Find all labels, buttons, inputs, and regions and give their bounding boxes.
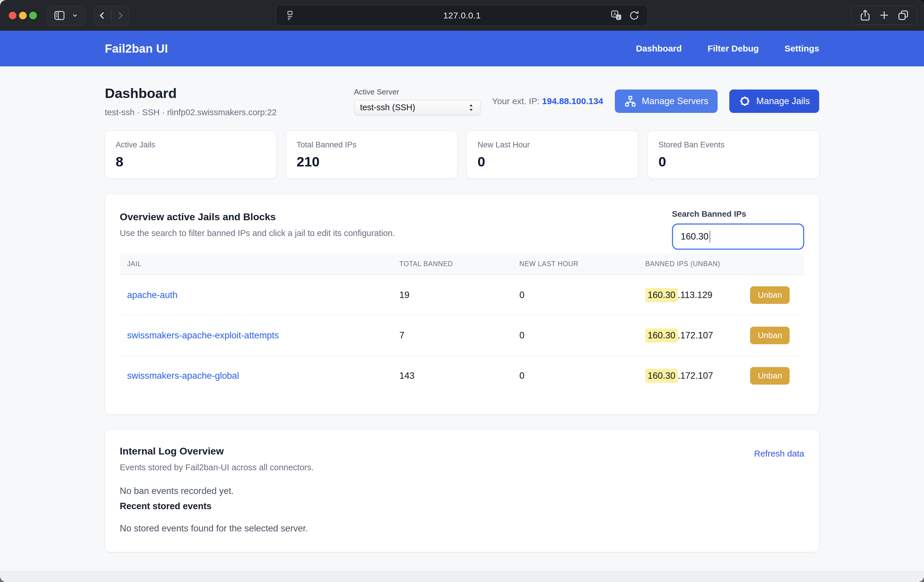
page-title: Dashboard xyxy=(105,85,277,101)
search-block: Search Banned IPs 160.30 xyxy=(672,209,804,250)
external-ip-label: Your ext. IP: xyxy=(492,96,540,106)
manage-servers-label: Manage Servers xyxy=(642,96,708,107)
back-button[interactable] xyxy=(94,6,111,25)
no-stored-events-text: No stored events found for the selected … xyxy=(120,523,804,534)
ip-highlight: 160.30 xyxy=(645,329,678,342)
external-ip-value[interactable]: 194.88.100.134 xyxy=(542,96,603,106)
log-subtitle: Events stored by Fail2ban-UI across all … xyxy=(120,463,804,472)
ip-rest: .172.107 xyxy=(678,370,713,381)
page-footer-strip xyxy=(0,571,924,582)
total-banned-value: 143 xyxy=(392,370,512,381)
column-header-total-banned: TOTAL BANNED xyxy=(392,260,512,268)
nav-links: Dashboard Filter Debug Settings xyxy=(636,44,819,54)
reload-icon[interactable] xyxy=(628,10,640,21)
toolbar-actions xyxy=(851,5,917,25)
stat-value: 0 xyxy=(658,153,808,169)
history-nav xyxy=(94,6,129,25)
stat-label: New Last Hour xyxy=(477,140,627,150)
sidebar-toggle-button[interactable] xyxy=(48,6,86,25)
ip-highlight: 160.30 xyxy=(645,369,678,383)
manage-servers-button[interactable]: Manage Servers xyxy=(615,89,718,113)
main-content: Dashboard test-ssh · SSH · rlinfp02.swis… xyxy=(0,66,924,582)
jails-table: JAIL TOTAL BANNED NEW LAST HOUR BANNED I… xyxy=(120,253,804,396)
forward-button[interactable] xyxy=(112,6,129,25)
column-header-new-last-hour: NEW LAST HOUR xyxy=(512,260,638,268)
log-title: Internal Log Overview xyxy=(120,446,804,457)
search-banned-ips-label: Search Banned IPs xyxy=(672,209,804,219)
table-row: swissmakers-apache-global 143 0 160.30.1… xyxy=(120,356,804,396)
active-server-value: test-ssh (SSH) xyxy=(360,103,416,112)
page-header: Dashboard test-ssh · SSH · rlinfp02.swis… xyxy=(105,85,819,117)
forward-icon xyxy=(114,10,126,21)
translate-icon[interactable]: A x xyxy=(610,9,622,21)
refresh-data-link[interactable]: Refresh data xyxy=(754,449,804,459)
stat-card-new-last-hour: New Last Hour 0 xyxy=(467,131,638,179)
external-ip: Your ext. IP: 194.88.100.134 xyxy=(492,96,603,106)
browser-window: 127.0.0.1 A x xyxy=(0,0,924,582)
ip-rest: .172.107 xyxy=(678,330,713,341)
chevron-down-icon xyxy=(70,10,80,20)
active-server-label: Active Server xyxy=(354,87,480,97)
browser-toolbar: 127.0.0.1 A x xyxy=(0,0,924,31)
close-button[interactable] xyxy=(9,12,16,19)
tabs-overview-icon[interactable] xyxy=(897,9,910,21)
new-last-hour-value: 0 xyxy=(512,290,638,300)
manage-jails-label: Manage Jails xyxy=(756,96,810,107)
stat-value: 8 xyxy=(116,153,266,169)
new-last-hour-value: 0 xyxy=(512,370,638,381)
share-icon[interactable] xyxy=(859,9,871,21)
jail-link[interactable]: swissmakers-apache-global xyxy=(127,370,239,381)
column-header-jail: JAIL xyxy=(120,260,392,268)
stat-card-total-banned: Total Banned IPs 210 xyxy=(286,131,457,179)
app-navbar: Fail2ban UI Dashboard Filter Debug Setti… xyxy=(0,31,924,66)
fullscreen-button[interactable] xyxy=(29,12,37,19)
window-controls xyxy=(9,12,37,19)
total-banned-value: 7 xyxy=(392,330,512,341)
active-server-select[interactable]: test-ssh (SSH) xyxy=(354,100,480,115)
stat-label: Stored Ban Events xyxy=(658,140,808,150)
stats-row: Active Jails 8 Total Banned IPs 210 New … xyxy=(105,131,819,179)
stat-value: 210 xyxy=(297,153,447,169)
stat-card-active-jails: Active Jails 8 xyxy=(105,131,276,179)
nav-link-dashboard[interactable]: Dashboard xyxy=(636,44,682,54)
stat-label: Active Jails xyxy=(116,140,266,150)
app-brand[interactable]: Fail2ban UI xyxy=(105,42,168,55)
internal-log-card: Internal Log Overview Refresh data Event… xyxy=(105,429,819,552)
table-row: swissmakers-apache-exploit-attempts 7 0 … xyxy=(120,315,804,356)
manage-jails-button[interactable]: Manage Jails xyxy=(729,89,819,113)
ip-rest: .113.129 xyxy=(678,290,712,300)
stat-label: Total Banned IPs xyxy=(297,140,447,150)
sitemap-icon xyxy=(624,95,637,107)
stat-value: 0 xyxy=(477,153,627,169)
unban-button[interactable]: Unban xyxy=(750,286,790,304)
unban-button[interactable]: Unban xyxy=(750,367,790,385)
page-subtitle: test-ssh · SSH · rlinfp02.swissmakers.co… xyxy=(105,108,277,117)
new-last-hour-value: 0 xyxy=(512,330,638,341)
gear-icon xyxy=(739,95,751,107)
new-tab-icon[interactable] xyxy=(878,9,891,21)
svg-text:x: x xyxy=(617,15,619,19)
column-header-banned-ips: BANNED IPS (UNBAN) xyxy=(638,260,804,268)
sidebar-icon xyxy=(53,9,66,22)
jail-link[interactable]: apache-auth xyxy=(127,290,177,300)
url-text: 127.0.0.1 xyxy=(276,10,648,20)
nav-link-filter-debug[interactable]: Filter Debug xyxy=(708,44,759,54)
recent-stored-events-heading: Recent stored events xyxy=(120,501,804,511)
ip-highlight: 160.30 xyxy=(645,288,678,302)
text-caret xyxy=(710,231,710,242)
unban-button[interactable]: Unban xyxy=(750,327,790,344)
nav-link-settings[interactable]: Settings xyxy=(785,44,819,54)
search-banned-ips-input[interactable]: 160.30 xyxy=(672,224,804,250)
minimize-button[interactable] xyxy=(19,12,26,19)
jails-table-header: JAIL TOTAL BANNED NEW LAST HOUR BANNED I… xyxy=(120,253,804,275)
table-row: apache-auth 19 0 160.30.113.129 Unban xyxy=(120,275,804,315)
back-icon xyxy=(97,10,108,21)
jail-link[interactable]: swissmakers-apache-exploit-attempts xyxy=(127,330,279,340)
select-stepper-icon xyxy=(467,103,475,113)
overview-card: Overview active Jails and Blocks Use the… xyxy=(105,194,819,414)
search-input-value: 160.30 xyxy=(681,231,708,242)
stat-card-stored-ban-events: Stored Ban Events 0 xyxy=(648,131,819,179)
url-bar[interactable]: 127.0.0.1 A x xyxy=(276,5,648,26)
no-ban-events-text: No ban events recorded yet. xyxy=(120,486,804,496)
total-banned-value: 19 xyxy=(392,290,512,300)
